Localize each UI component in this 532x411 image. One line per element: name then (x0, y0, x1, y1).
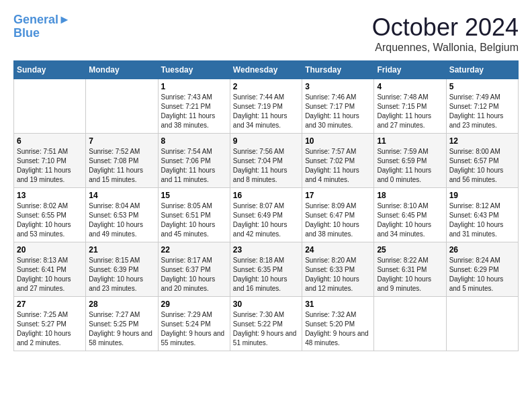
calendar-cell: 15Sunrise: 8:05 AMSunset: 6:51 PMDayligh… (158, 188, 230, 242)
day-number: 18 (377, 191, 443, 200)
day-number: 28 (89, 300, 154, 309)
day-info: Sunrise: 8:15 AMSunset: 6:39 PMDaylight:… (89, 256, 154, 293)
logo: General► Blue (13, 13, 71, 40)
calendar-cell: 22Sunrise: 8:17 AMSunset: 6:37 PMDayligh… (158, 242, 230, 297)
day-info: Sunrise: 7:30 AMSunset: 5:22 PMDaylight:… (233, 310, 299, 348)
calendar-cell: 12Sunrise: 8:00 AMSunset: 6:57 PMDayligh… (446, 134, 518, 188)
day-info: Sunrise: 8:04 AMSunset: 6:53 PMDaylight:… (89, 201, 154, 239)
day-info: Sunrise: 8:10 AMSunset: 6:45 PMDaylight:… (377, 201, 443, 239)
weekday-header-thursday: Thursday (302, 61, 374, 79)
calendar-cell: 8Sunrise: 7:54 AMSunset: 7:06 PMDaylight… (158, 134, 230, 188)
day-info: Sunrise: 7:29 AMSunset: 5:24 PMDaylight:… (161, 310, 227, 348)
day-info: Sunrise: 7:44 AMSunset: 7:19 PMDaylight:… (233, 93, 299, 130)
day-info: Sunrise: 7:48 AMSunset: 7:15 PMDaylight:… (377, 93, 443, 130)
day-info: Sunrise: 7:43 AMSunset: 7:21 PMDaylight:… (161, 93, 227, 130)
day-number: 2 (233, 82, 299, 91)
calendar-cell (374, 297, 446, 351)
day-number: 3 (305, 82, 371, 91)
calendar-cell: 7Sunrise: 7:52 AMSunset: 7:08 PMDaylight… (86, 134, 158, 188)
day-info: Sunrise: 8:05 AMSunset: 6:51 PMDaylight:… (161, 201, 227, 239)
day-info: Sunrise: 8:24 AMSunset: 6:29 PMDaylight:… (449, 256, 515, 293)
calendar-cell: 23Sunrise: 8:18 AMSunset: 6:35 PMDayligh… (230, 242, 302, 297)
day-number: 24 (305, 245, 371, 255)
day-number: 25 (377, 245, 443, 255)
calendar-cell (14, 79, 86, 134)
calendar-cell: 20Sunrise: 8:13 AMSunset: 6:41 PMDayligh… (14, 242, 86, 297)
calendar-cell: 11Sunrise: 7:59 AMSunset: 6:59 PMDayligh… (374, 134, 446, 188)
day-info: Sunrise: 8:02 AMSunset: 6:55 PMDaylight:… (17, 201, 83, 239)
calendar-cell: 30Sunrise: 7:30 AMSunset: 5:22 PMDayligh… (230, 297, 302, 351)
calendar-cell: 2Sunrise: 7:44 AMSunset: 7:19 PMDaylight… (230, 79, 302, 134)
day-info: Sunrise: 7:46 AMSunset: 7:17 PMDaylight:… (305, 93, 371, 130)
day-number: 27 (17, 300, 83, 309)
calendar-table: SundayMondayTuesdayWednesdayThursdayFrid… (13, 60, 519, 351)
day-info: Sunrise: 7:51 AMSunset: 7:10 PMDaylight:… (17, 147, 83, 185)
day-number: 10 (305, 136, 371, 146)
day-info: Sunrise: 8:12 AMSunset: 6:43 PMDaylight:… (449, 201, 515, 239)
day-number: 13 (17, 191, 83, 200)
calendar-cell: 18Sunrise: 8:10 AMSunset: 6:45 PMDayligh… (374, 188, 446, 242)
day-info: Sunrise: 7:57 AMSunset: 7:02 PMDaylight:… (305, 147, 371, 185)
title-section: October 2024 Arquennes, Wallonia, Belgiu… (372, 13, 519, 54)
calendar-cell: 31Sunrise: 7:32 AMSunset: 5:20 PMDayligh… (302, 297, 374, 351)
calendar-cell: 10Sunrise: 7:57 AMSunset: 7:02 PMDayligh… (302, 134, 374, 188)
day-number: 9 (233, 136, 299, 146)
calendar-week-1: 1Sunrise: 7:43 AMSunset: 7:21 PMDaylight… (14, 79, 519, 134)
day-info: Sunrise: 7:59 AMSunset: 6:59 PMDaylight:… (377, 147, 443, 185)
calendar-week-3: 13Sunrise: 8:02 AMSunset: 6:55 PMDayligh… (14, 188, 519, 242)
calendar-cell: 9Sunrise: 7:56 AMSunset: 7:04 PMDaylight… (230, 134, 302, 188)
calendar-week-4: 20Sunrise: 8:13 AMSunset: 6:41 PMDayligh… (14, 242, 519, 297)
calendar-cell: 13Sunrise: 8:02 AMSunset: 6:55 PMDayligh… (14, 188, 86, 242)
page-header: General► Blue October 2024 Arquennes, Wa… (13, 13, 519, 54)
day-info: Sunrise: 7:54 AMSunset: 7:06 PMDaylight:… (161, 147, 227, 185)
location-subtitle: Arquennes, Wallonia, Belgium (372, 42, 519, 54)
day-number: 11 (377, 136, 443, 146)
weekday-header-tuesday: Tuesday (158, 61, 230, 79)
calendar-cell: 25Sunrise: 8:22 AMSunset: 6:31 PMDayligh… (374, 242, 446, 297)
calendar-cell: 1Sunrise: 7:43 AMSunset: 7:21 PMDaylight… (158, 79, 230, 134)
day-number: 21 (89, 245, 154, 255)
day-number: 1 (161, 82, 227, 91)
calendar-cell: 5Sunrise: 7:49 AMSunset: 7:12 PMDaylight… (446, 79, 518, 134)
calendar-cell: 26Sunrise: 8:24 AMSunset: 6:29 PMDayligh… (446, 242, 518, 297)
day-number: 22 (161, 245, 227, 255)
calendar-cell (86, 79, 158, 134)
day-number: 7 (89, 136, 154, 146)
day-info: Sunrise: 7:27 AMSunset: 5:25 PMDaylight:… (89, 310, 154, 348)
calendar-cell: 6Sunrise: 7:51 AMSunset: 7:10 PMDaylight… (14, 134, 86, 188)
logo-text: General► Blue (13, 13, 71, 40)
calendar-cell: 28Sunrise: 7:27 AMSunset: 5:25 PMDayligh… (86, 297, 158, 351)
day-number: 6 (17, 136, 83, 146)
day-info: Sunrise: 8:22 AMSunset: 6:31 PMDaylight:… (377, 256, 443, 293)
day-info: Sunrise: 7:25 AMSunset: 5:27 PMDaylight:… (17, 310, 83, 348)
day-info: Sunrise: 7:49 AMSunset: 7:12 PMDaylight:… (449, 93, 515, 130)
day-number: 17 (305, 191, 371, 200)
weekday-header-saturday: Saturday (446, 61, 518, 79)
day-number: 30 (233, 300, 299, 309)
month-title: October 2024 (372, 13, 519, 42)
day-info: Sunrise: 7:32 AMSunset: 5:20 PMDaylight:… (305, 310, 371, 348)
calendar-cell: 14Sunrise: 8:04 AMSunset: 6:53 PMDayligh… (86, 188, 158, 242)
day-info: Sunrise: 8:18 AMSunset: 6:35 PMDaylight:… (233, 256, 299, 293)
day-number: 4 (377, 82, 443, 91)
calendar-cell: 19Sunrise: 8:12 AMSunset: 6:43 PMDayligh… (446, 188, 518, 242)
calendar-cell: 17Sunrise: 8:09 AMSunset: 6:47 PMDayligh… (302, 188, 374, 242)
calendar-cell: 16Sunrise: 8:07 AMSunset: 6:49 PMDayligh… (230, 188, 302, 242)
day-number: 19 (449, 191, 515, 200)
day-info: Sunrise: 8:00 AMSunset: 6:57 PMDaylight:… (449, 147, 515, 185)
logo-blue: Blue (13, 27, 71, 40)
day-number: 8 (161, 136, 227, 146)
calendar-cell: 4Sunrise: 7:48 AMSunset: 7:15 PMDaylight… (374, 79, 446, 134)
weekday-header-row: SundayMondayTuesdayWednesdayThursdayFrid… (14, 61, 519, 79)
day-info: Sunrise: 8:20 AMSunset: 6:33 PMDaylight:… (305, 256, 371, 293)
day-number: 23 (233, 245, 299, 255)
calendar-cell: 29Sunrise: 7:29 AMSunset: 5:24 PMDayligh… (158, 297, 230, 351)
calendar-cell: 3Sunrise: 7:46 AMSunset: 7:17 PMDaylight… (302, 79, 374, 134)
day-info: Sunrise: 8:13 AMSunset: 6:41 PMDaylight:… (17, 256, 83, 293)
day-number: 14 (89, 191, 154, 200)
weekday-header-monday: Monday (86, 61, 158, 79)
day-number: 5 (449, 82, 515, 91)
logo-arrow-shape: ► (58, 13, 71, 26)
weekday-header-sunday: Sunday (14, 61, 86, 79)
day-number: 12 (449, 136, 515, 146)
